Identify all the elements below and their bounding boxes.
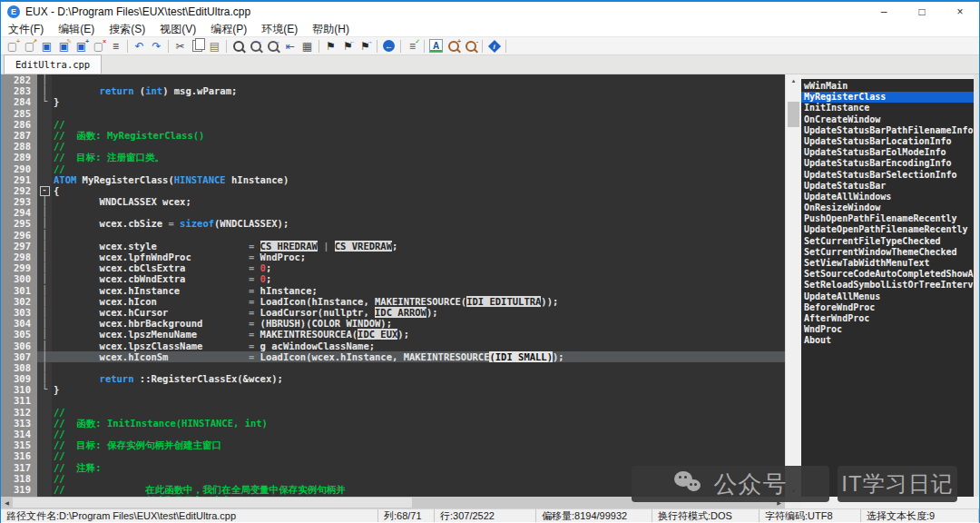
toolbar-redo-button[interactable]: ↷ (148, 38, 165, 54)
code-text[interactable] (52, 207, 785, 218)
function-list-item[interactable]: wWinMain (801, 81, 974, 92)
toolbar-zoom-out-button[interactable]: - (462, 38, 479, 54)
function-list-item[interactable]: UpdateStatusBar (801, 181, 974, 192)
toolbar-replace-button[interactable]: ▦ (299, 38, 316, 54)
function-list-item[interactable]: PushOpenPathFilenameRecently (801, 213, 974, 224)
function-list-item[interactable]: UpdateStatusBarEncodingInfo (801, 158, 974, 169)
function-list-item[interactable]: About (801, 335, 974, 346)
code-text[interactable] (52, 395, 785, 406)
function-list-item[interactable]: UpdateStatusBarSelectionInfo (801, 170, 974, 181)
code-text[interactable]: wcex.cbSize = sizeof(WNDCLASSEX); (52, 218, 785, 229)
code-text[interactable]: WNDCLASSEX wcex; (52, 196, 785, 207)
toolbar-save-as-button[interactable]: ▣✎ (55, 38, 73, 54)
toolbar-goto-line-button[interactable]: ⇤ (281, 38, 299, 54)
code-text[interactable]: // 目标: 保存实例句柄并创建主窗口 (52, 439, 785, 450)
toolbar-zoom-in-button[interactable]: + (445, 38, 462, 54)
code-text[interactable]: { (52, 185, 785, 196)
code-text[interactable]: wcex.lpszMenuName = MAKEINTRESOURCEA(IDC… (52, 329, 785, 340)
code-text[interactable]: // (52, 141, 785, 152)
toolbar-task-list-button[interactable]: ≡✓ (404, 38, 421, 54)
menu-help[interactable]: 帮助(H) (305, 22, 357, 36)
code-text[interactable]: wcex.hIconSm = LoadIcon(wcex.hInstance, … (52, 351, 785, 362)
function-list-scrollbar[interactable] (974, 74, 979, 497)
close-button[interactable]: × (941, 2, 979, 22)
code-text[interactable] (52, 74, 785, 85)
code-editor[interactable]: 282│283│ return (int) msg.wParam;284└}28… (1, 74, 785, 497)
code-text[interactable]: // 目标: 注册窗口类。 (52, 152, 785, 163)
toolbar-open-file-button[interactable]: ▢↗ (21, 38, 38, 54)
function-list-item[interactable]: OnCreateWindow (801, 114, 974, 125)
function-list-item[interactable]: AfterWndProc (801, 313, 974, 324)
vertical-scrollbar-thumb[interactable] (788, 102, 799, 127)
code-text[interactable]: wcex.lpszClassName = g_acWindowClassName… (52, 340, 785, 351)
menu-search[interactable]: 搜索(S) (102, 22, 152, 36)
code-text[interactable]: // (52, 163, 785, 174)
toolbar-find-previous-button[interactable]: ← (247, 38, 264, 54)
code-text[interactable]: wcex.hInstance = hInstance; (52, 285, 785, 296)
toolbar-new-file-button[interactable]: ▢+ (4, 38, 21, 54)
function-list-item[interactable]: WndProc (801, 324, 974, 335)
function-list-item[interactable]: UpdateStatusBarLocationInfo (801, 136, 974, 147)
toolbar-next-bookmark-button[interactable]: ⚑→ (357, 38, 374, 54)
function-list-item[interactable]: UpdateStatusBarPathFilenameInfo (801, 125, 974, 136)
horizontal-scrollbar-thumb[interactable] (13, 498, 412, 508)
code-text[interactable] (52, 108, 785, 119)
code-text[interactable] (52, 230, 785, 241)
code-text[interactable]: // (52, 119, 785, 130)
function-list-item[interactable]: SetViewTabWidthMenuText (801, 258, 974, 269)
code-text[interactable]: // 函数: MyRegisterClass() (52, 130, 785, 141)
function-list-item[interactable]: SetSourceCodeAutoCompletedShowAf (801, 269, 974, 280)
scroll-up-icon[interactable]: ▲ (786, 74, 801, 86)
toolbar-syntax-highlight-button[interactable]: A (427, 38, 445, 54)
code-text[interactable]: } (52, 384, 785, 395)
function-list-item[interactable]: SetCurrentFileTypeChecked (801, 236, 974, 247)
toolbar-find-button[interactable] (230, 38, 247, 54)
code-text[interactable]: // (52, 450, 785, 461)
code-text[interactable]: wcex.cbWndExtra = 0; (52, 273, 785, 284)
code-text[interactable]: wcex.hCursor = LoadCursor(nullptr, IDC_A… (52, 307, 785, 318)
code-text[interactable]: ATOM MyRegisterClass(HINSTANCE hInstance… (52, 174, 785, 185)
function-list-item[interactable]: SetReloadSymbolListOrTreeInterva (801, 280, 974, 291)
toolbar-undo-button[interactable]: ↶ (131, 38, 148, 54)
function-list-item[interactable]: SetCurrentWindowThemeChecked (801, 247, 974, 258)
code-text[interactable]: return ::RegisterClassEx(&wcex); (52, 373, 785, 384)
menu-edit[interactable]: 编辑(E) (51, 22, 102, 36)
toolbar-about-button[interactable]: i (485, 38, 503, 54)
menu-program[interactable]: 编程(P) (203, 22, 254, 36)
code-text[interactable]: } (52, 96, 785, 107)
function-list-item[interactable]: InitInstance (801, 103, 974, 113)
toolbar-close-file-button[interactable]: ▢× (90, 38, 107, 54)
code-text[interactable]: wcex.lpfnWndProc = WndProc; (52, 252, 785, 262)
toolbar-navigate-back-button[interactable]: ← (380, 38, 397, 54)
code-text[interactable]: // (52, 407, 785, 418)
function-list-item[interactable]: MyRegisterClass (801, 92, 974, 103)
menu-environment[interactable]: 环境(E) (254, 22, 305, 36)
toolbar-previous-bookmark-button[interactable]: ⚑← (339, 38, 357, 54)
editor-vertical-scrollbar[interactable]: ▲ ▼ (785, 74, 801, 497)
menu-view[interactable]: 视图(V) (152, 22, 203, 36)
function-list-item[interactable]: UpdateStatusBarEolModeInfo (801, 147, 974, 158)
code-text[interactable]: wcex.hbrBackground = (HBRUSH)(COLOR_WIND… (52, 318, 785, 329)
function-list-item[interactable]: BeforeWndProc (801, 302, 974, 313)
toolbar-copy-button[interactable] (189, 38, 206, 54)
toolbar-save-button[interactable]: ▣ (38, 38, 55, 54)
function-list-item[interactable]: UpdateAllWindows (801, 192, 974, 202)
maximize-button[interactable]: □ (903, 2, 941, 22)
code-text[interactable] (52, 362, 785, 373)
scroll-left-icon[interactable]: ◀ (1, 497, 13, 508)
tab-editultra-cpp[interactable]: EditUltra.cpp (4, 54, 102, 74)
code-text[interactable]: // (52, 429, 785, 439)
function-list-item[interactable]: UpdateOpenPathFilenameRecently (801, 224, 974, 235)
menu-file[interactable]: 文件(F) (1, 22, 51, 36)
code-text[interactable]: wcex.cbClsExtra = 0; (52, 262, 785, 273)
code-text[interactable]: wcex.hIcon = LoadIcon(hInstance, MAKEINT… (52, 296, 785, 307)
toolbar-document-list-button[interactable]: ≡ (107, 38, 124, 54)
code-text[interactable]: wcex.style = CS_HREDRAW | CS_VREDRAW; (52, 241, 785, 252)
toolbar-save-all-button[interactable]: ▣+ (73, 38, 90, 54)
function-list-item[interactable]: OnResizeWindow (801, 202, 974, 213)
toolbar-find-next-button[interactable]: → (264, 38, 281, 54)
minimize-button[interactable]: – (865, 2, 903, 22)
fold-collapse-icon[interactable]: - (40, 186, 50, 196)
code-text[interactable]: return (int) msg.wParam; (52, 85, 785, 96)
function-list-item[interactable]: UpdateAllMenus (801, 291, 974, 302)
